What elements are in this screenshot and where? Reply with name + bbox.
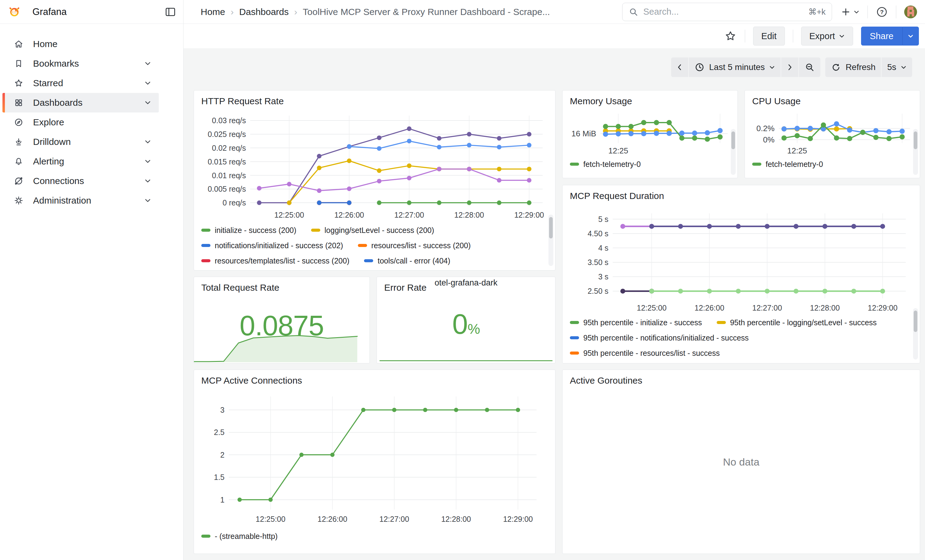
memory-usage-chart[interactable]: 16 MiB12:25 bbox=[567, 110, 732, 156]
search-box[interactable]: ⌘+k bbox=[622, 3, 832, 21]
sidebar-item-alerting[interactable]: Alerting bbox=[3, 152, 159, 171]
cpu-usage-chart[interactable]: 0%0.2%12:25 bbox=[750, 110, 915, 156]
scrollbar-thumb[interactable] bbox=[731, 131, 735, 149]
avatar[interactable] bbox=[904, 6, 917, 18]
svg-text:0.015 req/s: 0.015 req/s bbox=[208, 158, 246, 166]
legend-item[interactable]: 95th percentile - logging/setLevel - suc… bbox=[717, 318, 877, 327]
legend-item[interactable]: - (streamable-http) bbox=[201, 532, 278, 541]
sidebar-item-bookmarks[interactable]: Bookmarks bbox=[3, 54, 159, 74]
legend-label: - (streamable-http) bbox=[215, 532, 278, 541]
mcp-active-connections-chart[interactable]: 11.522.5312:25:0012:26:0012:27:0012:28:0… bbox=[199, 389, 550, 528]
time-forward-button[interactable] bbox=[781, 57, 798, 77]
drilldown-icon bbox=[14, 137, 24, 147]
legend-item[interactable]: fetch-telemetry-0 bbox=[752, 160, 823, 169]
panel-title[interactable]: MCP Request Duration bbox=[570, 191, 915, 201]
legend-item[interactable]: resources/list - success (200) bbox=[358, 241, 471, 250]
panel-title[interactable]: CPU Usage bbox=[752, 96, 915, 107]
legend-label: notifications/initialized - success (202… bbox=[215, 241, 343, 250]
datasource-overlay-label: otel-grafana-dark bbox=[435, 278, 498, 288]
svg-text:0.03 req/s: 0.03 req/s bbox=[212, 116, 246, 125]
legend-item[interactable]: fetch-telemetry-0 bbox=[570, 160, 641, 169]
sidebar-toggle-icon[interactable] bbox=[165, 7, 176, 17]
sidebar-item-administration[interactable]: Administration bbox=[3, 191, 159, 210]
sidebar-item-home[interactable]: Home bbox=[3, 34, 159, 54]
svg-text:16 MiB: 16 MiB bbox=[571, 129, 596, 138]
svg-text:2.50 s: 2.50 s bbox=[588, 287, 609, 295]
svg-text:12:26:00: 12:26:00 bbox=[695, 303, 724, 312]
top-bar: Home › Dashboards › ToolHive MCP Server … bbox=[184, 0, 925, 24]
edit-button[interactable]: Edit bbox=[753, 27, 785, 45]
share-button[interactable]: Share bbox=[861, 27, 902, 45]
add-button[interactable] bbox=[841, 7, 860, 17]
panel-title[interactable]: MCP Active Connections bbox=[201, 375, 550, 386]
share-dropdown-button[interactable] bbox=[902, 27, 919, 45]
svg-text:12:29:00: 12:29:00 bbox=[514, 211, 544, 219]
help-icon[interactable]: ? bbox=[876, 6, 888, 18]
panel-mcp-active-connections: MCP Active Connections 11.522.5312:25:00… bbox=[194, 369, 556, 554]
sidebar-item-connections[interactable]: Connections bbox=[3, 171, 159, 191]
grafana-logo[interactable] bbox=[8, 5, 21, 19]
zoom-out-icon[interactable] bbox=[799, 57, 820, 77]
share-button-group: Share bbox=[861, 27, 919, 45]
compass-icon bbox=[14, 117, 24, 128]
legend-item[interactable]: notifications/initialized - success (202… bbox=[201, 241, 343, 250]
sidebar-item-drilldown[interactable]: Drilldown bbox=[3, 132, 159, 152]
svg-text:3 s: 3 s bbox=[598, 272, 609, 281]
panel-title[interactable]: Active Goroutines bbox=[570, 375, 915, 386]
chevron-down-icon[interactable] bbox=[144, 140, 151, 144]
sidebar-item-starred[interactable]: Starred bbox=[3, 74, 159, 93]
chevron-down-icon[interactable] bbox=[144, 100, 151, 105]
bookmark-icon bbox=[14, 59, 24, 69]
panel-title[interactable]: Total Request Rate bbox=[201, 282, 365, 293]
error-rate-number: 0 bbox=[452, 308, 467, 339]
refresh-interval-picker[interactable]: 5s bbox=[881, 57, 912, 77]
chevron-down-icon[interactable] bbox=[144, 198, 151, 203]
legend-item[interactable]: tools/call - error (404) bbox=[364, 257, 450, 265]
panel-active-goroutines: Active Goroutines No data bbox=[562, 369, 920, 554]
legend-item[interactable]: 95th percentile - notifications/initiali… bbox=[570, 333, 749, 342]
error-rate-sparkline[interactable] bbox=[377, 355, 555, 363]
breadcrumb-home[interactable]: Home bbox=[201, 7, 225, 17]
top-icons: ? bbox=[841, 6, 917, 18]
panel-title[interactable]: HTTP Request Rate bbox=[201, 96, 550, 107]
legend-item[interactable]: initialize - success (200) bbox=[201, 226, 297, 235]
svg-text:0 req/s: 0 req/s bbox=[223, 198, 246, 207]
chevron-down-icon[interactable] bbox=[144, 81, 151, 86]
legend-label: 95th percentile - logging/setLevel - suc… bbox=[730, 318, 877, 327]
chevron-down-icon[interactable] bbox=[144, 61, 151, 66]
legend-item[interactable]: logging/setLevel - success (200) bbox=[311, 226, 434, 235]
logo-row: Grafana bbox=[0, 0, 183, 24]
legend-row: 95th percentile - notifications/initiali… bbox=[570, 330, 915, 345]
time-range-picker[interactable]: Last 5 minutes bbox=[689, 57, 780, 77]
svg-text:?: ? bbox=[880, 9, 884, 15]
legend-item[interactable]: 95th percentile - initialize - success bbox=[570, 318, 702, 327]
scrollbar-thumb[interactable] bbox=[549, 217, 553, 239]
svg-text:2.5: 2.5 bbox=[214, 428, 224, 437]
search-input[interactable] bbox=[643, 6, 809, 17]
refresh-button[interactable]: Refresh bbox=[825, 57, 881, 77]
connections-legend: - (streamable-http) bbox=[201, 528, 550, 546]
time-back-button[interactable] bbox=[671, 57, 688, 77]
sidebar-item-dashboards[interactable]: Dashboards bbox=[3, 93, 159, 113]
svg-text:12:25:00: 12:25:00 bbox=[637, 303, 666, 312]
chevron-down-icon[interactable] bbox=[144, 179, 151, 183]
svg-text:12:29:00: 12:29:00 bbox=[868, 303, 898, 312]
legend-swatch bbox=[364, 259, 373, 262]
legend-item[interactable]: 95th percentile - resources/list - succe… bbox=[570, 349, 720, 357]
chevron-down-icon[interactable] bbox=[144, 159, 151, 164]
http-request-rate-chart[interactable]: 0 req/s0.005 req/s0.01 req/s0.015 req/s0… bbox=[199, 110, 550, 222]
legend-label: initialize - success (200) bbox=[215, 226, 297, 235]
legend-label: logging/setLevel - success (200) bbox=[325, 226, 434, 235]
scrollbar-thumb[interactable] bbox=[914, 311, 917, 332]
mcp-request-duration-chart[interactable]: 2.50 s3 s3.50 s4 s4.50 s5 s12:25:0012:26… bbox=[567, 204, 915, 314]
export-button[interactable]: Export bbox=[801, 27, 853, 45]
legend-item[interactable]: resources/templates/list - success (200) bbox=[201, 257, 350, 265]
svg-text:0%: 0% bbox=[763, 135, 774, 144]
sidebar-item-explore[interactable]: Explore bbox=[3, 113, 159, 132]
legend-row: 95th percentile - resources/templates/li… bbox=[570, 361, 915, 363]
favorite-star-icon[interactable] bbox=[724, 30, 737, 42]
panel-title[interactable]: Memory Usage bbox=[570, 96, 732, 107]
scrollbar-thumb[interactable] bbox=[914, 131, 917, 149]
breadcrumb-dashboards[interactable]: Dashboards bbox=[239, 7, 289, 17]
gear-icon bbox=[14, 195, 24, 206]
